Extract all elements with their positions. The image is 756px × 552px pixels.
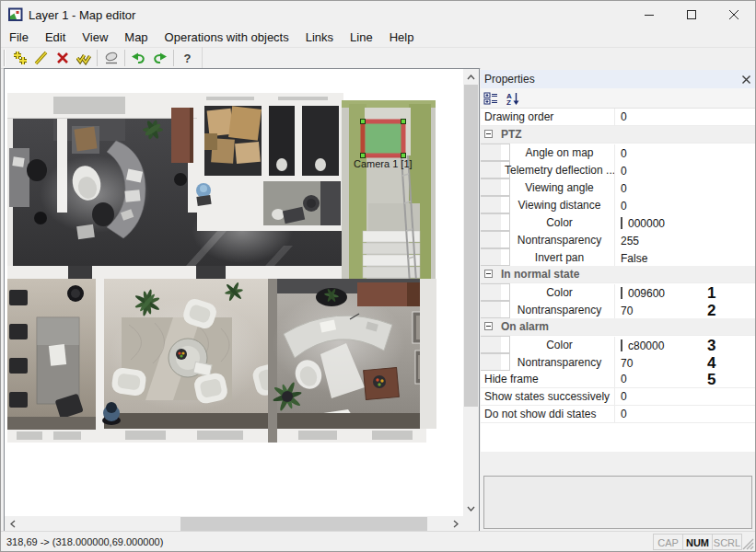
menu-operations-with-objects[interactable]: Operations with objects	[157, 29, 297, 47]
property-row[interactable]: Drawing order0	[481, 109, 755, 126]
horizontal-scroll-thumb[interactable]	[180, 517, 427, 531]
property-row[interactable]: Color0096001	[481, 283, 510, 301]
property-row[interactable]: Hide frame05	[481, 371, 755, 388]
status-indicator-num: NUM	[682, 534, 713, 550]
undo-button[interactable]	[128, 48, 149, 68]
property-row[interactable]: Nontransparency255	[481, 231, 510, 248]
properties-header[interactable]: Properties	[481, 70, 755, 88]
menu-map[interactable]: Map	[116, 29, 156, 47]
help-button[interactable]: ?	[177, 48, 198, 68]
add-points-button[interactable]	[9, 48, 30, 68]
property-value[interactable]: 70	[615, 302, 621, 319]
title-bar: Layer 1 - Map editor	[1, 1, 755, 29]
color-swatch	[621, 287, 622, 299]
edit-points-button[interactable]	[73, 48, 94, 68]
help-icon: ?	[184, 52, 192, 65]
property-category-row[interactable]: In normal state	[481, 266, 755, 283]
property-value[interactable]: 000000	[615, 214, 621, 232]
undo-icon	[131, 51, 146, 65]
property-value[interactable]: 0	[615, 388, 755, 406]
menu-edit[interactable]: Edit	[37, 29, 74, 47]
svg-text:Z: Z	[506, 98, 511, 106]
property-row[interactable]: Nontransparency702	[481, 301, 510, 318]
maximize-button[interactable]	[670, 1, 713, 29]
property-name: Hide frame	[481, 371, 615, 388]
properties-title: Properties	[484, 73, 739, 86]
sort-alphabetical-icon[interactable]: A Z	[506, 91, 520, 106]
map-canvas[interactable]: Camera 1 [1]	[4, 68, 480, 533]
close-panel-button[interactable]	[739, 72, 753, 86]
vertical-scroll-thumb[interactable]	[464, 85, 478, 407]
category-label: On alarm	[501, 320, 549, 333]
delete-button[interactable]	[52, 48, 73, 68]
property-row[interactable]: Viewing angle0	[481, 178, 510, 196]
property-description-box	[483, 476, 752, 529]
toolbar-separator	[97, 50, 98, 66]
property-value[interactable]: c80000	[615, 337, 621, 354]
property-row[interactable]: Color000000	[481, 213, 510, 231]
callout-number: 2	[707, 302, 715, 319]
collapse-icon[interactable]	[484, 130, 493, 138]
property-row[interactable]: Show states successively0	[481, 388, 755, 406]
collapse-icon[interactable]	[484, 270, 493, 278]
property-name: Color	[481, 284, 615, 302]
property-name: Color	[481, 214, 615, 232]
window-title: Layer 1 - Map editor	[29, 8, 135, 22]
property-category-row[interactable]: On alarm	[481, 318, 755, 336]
properties-panel: Properties A Z Drawing order0PTZAngle on…	[481, 68, 756, 531]
property-name: Nontransparency	[481, 232, 615, 249]
property-row[interactable]: Invert panFalse	[481, 248, 510, 266]
camera-marker[interactable]: Camera 1 [1]	[354, 120, 413, 170]
property-value[interactable]: 70	[615, 354, 621, 372]
property-value[interactable]: 0	[615, 406, 755, 423]
property-name: Angle on map	[481, 144, 615, 162]
categorized-icon[interactable]	[483, 91, 498, 106]
callout-number: 3	[707, 337, 715, 354]
property-value[interactable]: 0	[615, 197, 621, 214]
property-name: Viewing distance	[481, 197, 615, 214]
menu-view[interactable]: View	[74, 29, 116, 47]
collapse-icon[interactable]	[484, 322, 493, 330]
property-name: Color	[481, 337, 615, 354]
scroll-up-arrow[interactable]	[463, 69, 479, 85]
vertical-scrollbar[interactable]	[463, 69, 479, 516]
menu-bar: File Edit View Map Operations with objec…	[1, 29, 755, 47]
property-value[interactable]: 255	[615, 232, 621, 249]
redo-button[interactable]	[149, 48, 170, 68]
horizontal-scrollbar[interactable]	[5, 516, 463, 532]
property-value[interactable]: 0	[615, 144, 621, 162]
property-value[interactable]: 0	[615, 179, 621, 197]
menu-line[interactable]: Line	[342, 29, 381, 47]
minimize-button[interactable]	[628, 1, 670, 29]
scroll-right-arrow[interactable]	[448, 516, 463, 532]
property-row[interactable]: Nontransparency704	[481, 353, 510, 371]
property-value[interactable]: 009600	[615, 284, 621, 302]
scroll-down-arrow[interactable]	[463, 500, 479, 516]
property-value[interactable]: 0	[615, 162, 621, 179]
property-category-row[interactable]: PTZ	[481, 126, 755, 144]
draw-line-button[interactable]	[30, 48, 52, 68]
scroll-left-arrow[interactable]	[5, 516, 20, 532]
property-row[interactable]: Telemetry deflection ...0	[481, 161, 510, 178]
callout-number: 4	[707, 354, 715, 372]
menu-links[interactable]: Links	[297, 29, 342, 47]
property-name: Drawing order	[481, 109, 615, 126]
eraser-button[interactable]	[100, 48, 122, 68]
property-row[interactable]: Do not show ddi states0	[481, 406, 755, 423]
property-row[interactable]: Viewing distance0	[481, 196, 510, 213]
close-button[interactable]	[713, 1, 755, 29]
property-value[interactable]: 0	[615, 371, 755, 388]
property-value[interactable]: 0	[615, 109, 755, 126]
menu-file[interactable]: File	[1, 29, 37, 47]
property-value[interactable]: False	[615, 249, 621, 267]
delete-icon	[55, 51, 70, 65]
eraser-icon	[104, 51, 119, 65]
resize-grip[interactable]	[742, 538, 754, 550]
property-row[interactable]: Angle on map0	[481, 144, 510, 161]
close-icon	[742, 75, 750, 84]
menu-help[interactable]: Help	[381, 29, 423, 47]
keyboard-indicators: CAPNUMSCRL	[654, 534, 742, 550]
toolbar-grip[interactable]	[4, 50, 6, 66]
properties-toolbar: A Z	[481, 88, 755, 109]
property-row[interactable]: Colorc800003	[481, 336, 510, 353]
